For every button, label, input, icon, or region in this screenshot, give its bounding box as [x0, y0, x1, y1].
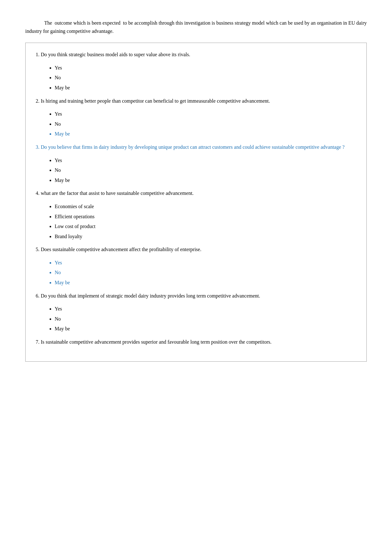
question-2: 2. Is hiring and training better people …	[36, 97, 356, 105]
page-wrapper: The outcome which is been expected to be…	[25, 19, 367, 554]
options-list-2: Yes No May be	[36, 110, 356, 138]
list-item: Yes	[55, 64, 356, 72]
list-item: May be	[55, 279, 356, 287]
question-7: 7. Is sustainable competitive advancemen…	[36, 338, 356, 346]
list-item: No	[55, 74, 356, 82]
list-item: May be	[55, 130, 356, 138]
list-item: Yes	[55, 259, 356, 267]
list-item: Brand loyalty	[55, 232, 356, 241]
options-list-4: Economies of scale Efficient operations …	[36, 202, 356, 240]
intro-text: The outcome which is been expected to be…	[25, 19, 367, 35]
question-4: 4. what are the factor that assist to ha…	[36, 189, 356, 197]
list-item: No	[55, 166, 356, 174]
question-6: 6. Do you think that implement of strate…	[36, 292, 356, 300]
options-list-6: Yes No May be	[36, 305, 356, 333]
list-item: May be	[55, 176, 356, 184]
list-item: Yes	[55, 305, 356, 313]
list-item: No	[55, 268, 356, 277]
list-item: Efficient operations	[55, 213, 356, 221]
list-item: Low cost of product	[55, 222, 356, 231]
question-1: 1. Do you think strategic business model…	[36, 51, 356, 59]
question-5: 5. Does sustainable competitive advancem…	[36, 245, 356, 254]
list-item: Yes	[55, 110, 356, 118]
options-list-3: Yes No May be	[36, 156, 356, 184]
list-item: Economies of scale	[55, 202, 356, 211]
options-list-1: Yes No May be	[36, 64, 356, 92]
list-item: No	[55, 120, 356, 128]
options-list-5: Yes No May be	[36, 259, 356, 287]
list-item: Yes	[55, 156, 356, 165]
question-3: 3. Do you believe that firms in dairy in…	[36, 143, 356, 151]
list-item: May be	[55, 84, 356, 92]
survey-box: 1. Do you think strategic business model…	[25, 43, 367, 361]
list-item: No	[55, 315, 356, 323]
list-item: May be	[55, 325, 356, 333]
